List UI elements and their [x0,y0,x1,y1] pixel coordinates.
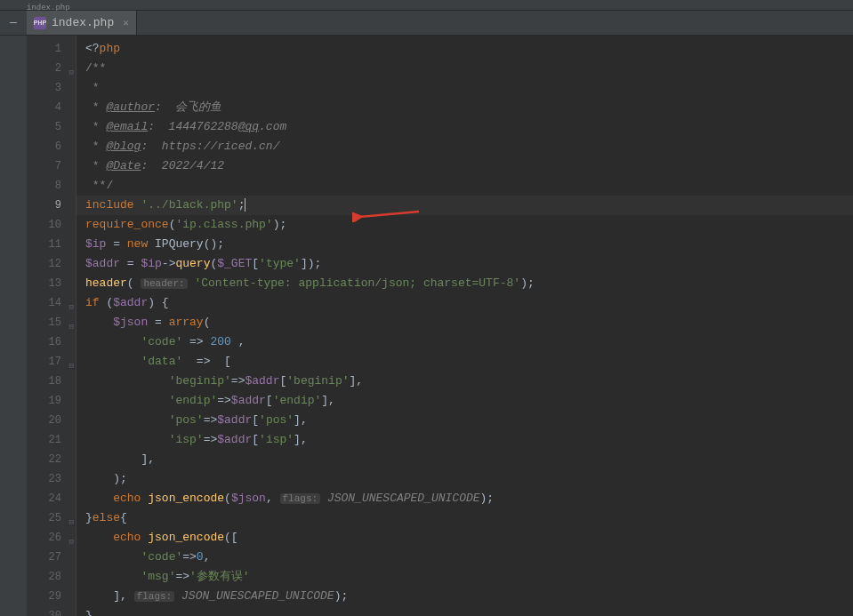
code-line[interactable]: } [76,606,853,616]
line-number[interactable]: 12 [27,254,76,274]
code-line[interactable]: 'code'=>0, [76,548,853,567]
code-line[interactable]: 'msg'=>'参数有误' [76,567,853,587]
tool-stripe [0,36,27,616]
code-line[interactable]: }else{ [76,508,853,528]
line-number[interactable]: 2⊟ [27,59,76,78]
fold-icon[interactable]: ⊟ [65,513,74,522]
code-line[interactable]: * @author: 会飞的鱼 [76,98,853,117]
code-line[interactable]: * @Date: 2022/4/12 [76,156,853,176]
line-number[interactable]: 28 [27,567,76,587]
code-line[interactable]: /** [76,59,853,78]
line-number[interactable]: 27 [27,548,76,567]
line-number[interactable]: 8 [27,176,76,196]
tab-bar: — PHP index.php ✕ [0,11,853,36]
code-line[interactable]: if ($addr) { [76,293,853,313]
code-line[interactable]: * @email: 1444762288@qq.com [76,117,853,137]
line-number[interactable]: 3 [27,78,76,98]
close-icon[interactable]: ✕ [123,17,129,28]
code-line[interactable]: ], [76,450,853,469]
code-line[interactable]: ], flags: JSON_UNESCAPED_UNICODE); [76,587,853,606]
code-line[interactable]: 'pos'=>$addr['pos'], [76,411,853,430]
line-number[interactable]: 23 [27,469,76,489]
line-number[interactable]: 6 [27,137,76,156]
tab-index-php[interactable]: PHP index.php ✕ [27,11,137,35]
code-line[interactable]: ); [76,469,853,489]
code-line[interactable]: * [76,78,853,98]
line-number[interactable]: 5 [27,117,76,137]
code-area[interactable]: <?php/** * * @author: 会飞的鱼 * @email: 144… [76,36,853,616]
code-line[interactable]: 'code' => 200 , [76,332,853,352]
title-bar: index.php [0,0,853,11]
code-line[interactable]: * @blog: https://riced.cn/ [76,137,853,156]
code-line[interactable]: $ip = new IPQuery(); [76,235,853,254]
code-line[interactable]: $addr = $ip->query($_GET['type']); [76,254,853,274]
line-number[interactable]: 21 [27,430,76,450]
code-line[interactable]: include '../black.php'; [76,196,853,215]
code-line[interactable]: echo json_encode($json, flags: JSON_UNES… [76,489,853,508]
line-number[interactable]: 20 [27,411,76,430]
line-number[interactable]: 13 [27,274,76,293]
line-number[interactable]: 29 [27,587,76,606]
fold-icon[interactable]: ⊟ [65,298,74,307]
fold-icon[interactable]: ⊟ [65,356,74,365]
line-number[interactable]: 7 [27,156,76,176]
code-line[interactable]: echo json_encode([ [76,528,853,548]
editor[interactable]: 12⊟34567891011121314⊟15⊟1617⊟18192021222… [0,36,853,616]
line-number[interactable]: 30⊟ [27,606,76,616]
line-number[interactable]: 19 [27,391,76,411]
menu-icon[interactable]: — [0,16,27,29]
line-number[interactable]: 11 [27,235,76,254]
code-line[interactable]: 'endip'=>$addr['endip'], [76,391,853,411]
code-line[interactable]: 'data' => [ [76,352,853,372]
line-number[interactable]: 16 [27,332,76,352]
line-number[interactable]: 4 [27,98,76,117]
line-number[interactable]: 17⊟ [27,352,76,372]
line-number[interactable]: 18 [27,372,76,391]
code-line[interactable]: 'isp'=>$addr['isp'], [76,430,853,450]
fold-icon[interactable]: ⊟ [65,611,74,616]
code-line[interactable]: $json = array( [76,313,853,332]
line-number[interactable]: 10 [27,215,76,235]
code-line[interactable]: 'beginip'=>$addr['beginip'], [76,372,853,391]
fold-icon[interactable]: ⊟ [65,63,74,72]
line-number[interactable]: 24 [27,489,76,508]
code-line[interactable]: require_once('ip.class.php'); [76,215,853,235]
code-line[interactable]: **/ [76,176,853,196]
fold-icon[interactable]: ⊟ [65,532,74,541]
php-file-icon: PHP [34,17,46,29]
line-number[interactable]: 14⊟ [27,293,76,313]
line-number[interactable]: 1 [27,39,76,59]
gutter[interactable]: 12⊟34567891011121314⊟15⊟1617⊟18192021222… [27,36,76,616]
line-number[interactable]: 22 [27,450,76,469]
line-number[interactable]: 26⊟ [27,528,76,548]
code-line[interactable]: <?php [76,39,853,59]
code-line[interactable]: header( header: 'Content-type: applicati… [76,274,853,293]
line-number[interactable]: 9 [27,196,76,215]
line-number[interactable]: 15⊟ [27,313,76,332]
line-number[interactable]: 25⊟ [27,508,76,528]
fold-icon[interactable]: ⊟ [65,317,74,326]
tab-label: index.php [52,16,114,29]
